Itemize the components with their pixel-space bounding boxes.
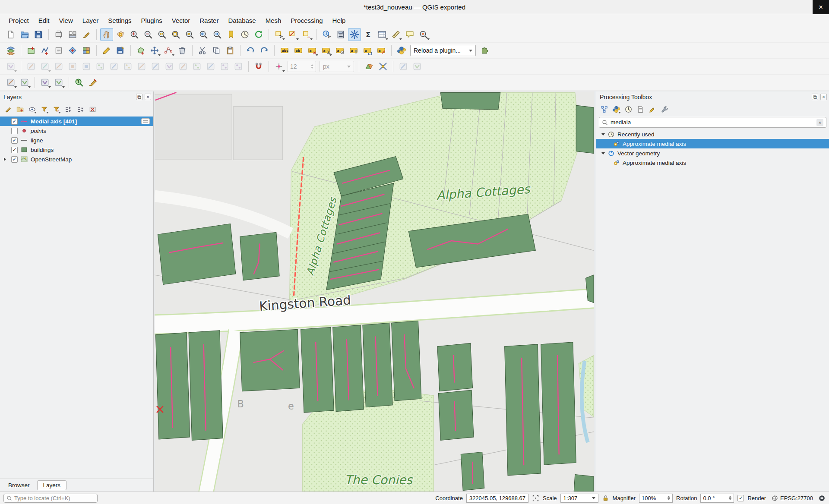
- move-feature-button[interactable]: [148, 44, 161, 57]
- split-parts-button[interactable]: [163, 60, 176, 73]
- coordinate-value-box[interactable]: 322045.05, 129688.67: [466, 494, 528, 503]
- expand-all-button[interactable]: [63, 104, 73, 114]
- processing-scripts-button[interactable]: [611, 104, 621, 114]
- processing-group-vector-geometry[interactable]: Vector geometry: [596, 148, 829, 158]
- layer-visibility-checkbox[interactable]: [11, 147, 18, 153]
- filter-features-button[interactable]: ε: [300, 28, 313, 41]
- split-features-button[interactable]: [149, 60, 162, 73]
- add-vector-layer-button[interactable]: [66, 44, 79, 57]
- select-features-button[interactable]: [272, 28, 285, 41]
- scale-combo[interactable]: 1:307: [560, 494, 598, 503]
- lock-scale-icon[interactable]: [602, 495, 609, 502]
- reshape-features-button[interactable]: [135, 60, 148, 73]
- menu-view[interactable]: View: [55, 16, 77, 25]
- layer-item-buildings[interactable]: buildings: [0, 145, 153, 154]
- new-spatial-bookmark-button[interactable]: [225, 28, 237, 41]
- move-copy-feature-button[interactable]: [38, 60, 51, 73]
- open-project-button[interactable]: [18, 28, 31, 41]
- rotate-feature-button[interactable]: [52, 60, 65, 73]
- filter-legend-button[interactable]: [39, 104, 49, 114]
- layers-panel-close-button[interactable]: ×: [145, 94, 151, 100]
- processing-group-recently-used[interactable]: Recently used: [596, 129, 829, 139]
- trim-extend-button[interactable]: [232, 60, 245, 73]
- new-geopackage-layer-button[interactable]: [25, 44, 38, 57]
- offset-curve-button[interactable]: [121, 60, 134, 73]
- snapping-mode-button[interactable]: [272, 60, 285, 73]
- zoom-to-layer-button[interactable]: [183, 28, 196, 41]
- style-manager-button[interactable]: [80, 28, 93, 41]
- new-temporary-scratch-layer-button[interactable]: [52, 44, 65, 57]
- statistical-summary-button[interactable]: Σ: [362, 28, 375, 41]
- zoom-out-button[interactable]: [142, 28, 155, 41]
- open-layer-styling-button[interactable]: [3, 104, 13, 114]
- expand-icon[interactable]: [4, 158, 6, 161]
- snapping-on-intersection-button[interactable]: [377, 60, 389, 73]
- menu-mesh[interactable]: Mesh: [261, 16, 286, 25]
- measure-line-button[interactable]: [389, 28, 402, 41]
- delete-selected-button[interactable]: [176, 44, 189, 57]
- map-tips-button[interactable]: [403, 28, 416, 41]
- processing-algorithm-item[interactable]: Approximate medial axis: [596, 139, 829, 148]
- vertex-tool-button[interactable]: [162, 44, 175, 57]
- menu-help[interactable]: Help: [328, 16, 350, 25]
- rotate-point-symbols-button[interactable]: [204, 60, 217, 73]
- add-raster-layer-button[interactable]: [80, 44, 93, 57]
- pan-to-selection-button[interactable]: [114, 28, 127, 41]
- stream-digitizing-button[interactable]: [411, 60, 424, 73]
- layer-labeling-button[interactable]: abc: [278, 44, 291, 57]
- advanced-digitizing-dock-button[interactable]: [4, 60, 17, 73]
- magnifier-spin[interactable]: 100%: [639, 494, 673, 503]
- menu-edit[interactable]: Edit: [34, 16, 54, 25]
- add-ring-button[interactable]: [80, 60, 93, 73]
- clear-search-icon[interactable]: ×: [816, 119, 823, 126]
- processing-search-box[interactable]: ×: [599, 117, 826, 128]
- menu-vector[interactable]: Vector: [168, 16, 195, 25]
- menu-plugins[interactable]: Plugins: [137, 16, 167, 25]
- map-viewport[interactable]: Alpha Cottages Alpha Cottages Kingston R…: [155, 91, 594, 491]
- zoom-next-button[interactable]: [211, 28, 224, 41]
- save-project-button[interactable]: [32, 28, 45, 41]
- processing-panel-float-button[interactable]: ⧉: [812, 94, 818, 100]
- python-console-button[interactable]: [395, 44, 408, 57]
- pan-map-button[interactable]: [100, 28, 113, 41]
- paste-features-button[interactable]: [224, 44, 237, 57]
- zoom-to-selection-button[interactable]: [169, 28, 182, 41]
- processing-search-input[interactable]: [611, 119, 814, 126]
- enable-tracing-button[interactable]: [397, 60, 410, 73]
- new-project-button[interactable]: [4, 28, 17, 41]
- label-options-button[interactable]: a: [306, 44, 319, 57]
- layer-visibility-checkbox[interactable]: [11, 137, 18, 144]
- raster-stretch-button[interactable]: [38, 76, 51, 89]
- merge-feature-attributes-button[interactable]: [190, 60, 203, 73]
- layers-panel-float-button[interactable]: ⧉: [136, 94, 142, 100]
- zoom-full-button[interactable]: [155, 28, 168, 41]
- zoom-last-button[interactable]: [197, 28, 210, 41]
- refresh-map-button[interactable]: [252, 28, 265, 41]
- processing-history-button[interactable]: [623, 104, 633, 114]
- processing-toolbox-toggle-button[interactable]: [348, 28, 361, 41]
- snapping-units-combo[interactable]: px: [320, 61, 354, 72]
- reload-plugin-combo[interactable]: Reload a plugin...: [410, 45, 476, 56]
- locate-input[interactable]: [14, 495, 95, 501]
- topological-editing-button[interactable]: [363, 60, 376, 73]
- new-shapefile-layer-button[interactable]: [38, 44, 51, 57]
- rotation-spin[interactable]: 0.0 °: [700, 494, 734, 503]
- undo-button[interactable]: [244, 44, 257, 57]
- layer-visibility-checkbox[interactable]: [11, 156, 18, 163]
- processing-options-small-button[interactable]: [659, 104, 670, 114]
- raster-local-stretch-button[interactable]: [52, 76, 65, 89]
- pin-labels-button[interactable]: a: [320, 44, 332, 57]
- attribute-table-button[interactable]: [376, 28, 389, 41]
- identify-features-button[interactable]: i: [320, 28, 333, 41]
- move-label-button[interactable]: a: [347, 44, 360, 57]
- window-close-button[interactable]: ×: [813, 0, 829, 14]
- messages-icon[interactable]: [818, 495, 826, 502]
- collapse-all-button[interactable]: [75, 104, 85, 114]
- processing-model-button[interactable]: [599, 104, 609, 114]
- manage-map-themes-button[interactable]: [27, 104, 37, 114]
- multi-edit-tools-button[interactable]: [4, 76, 17, 89]
- save-edits-button[interactable]: [114, 44, 127, 57]
- show-hidden-labels-button[interactable]: a: [333, 44, 346, 57]
- rotate-label-button[interactable]: a: [361, 44, 374, 57]
- processing-edit-in-place-button[interactable]: [647, 104, 658, 114]
